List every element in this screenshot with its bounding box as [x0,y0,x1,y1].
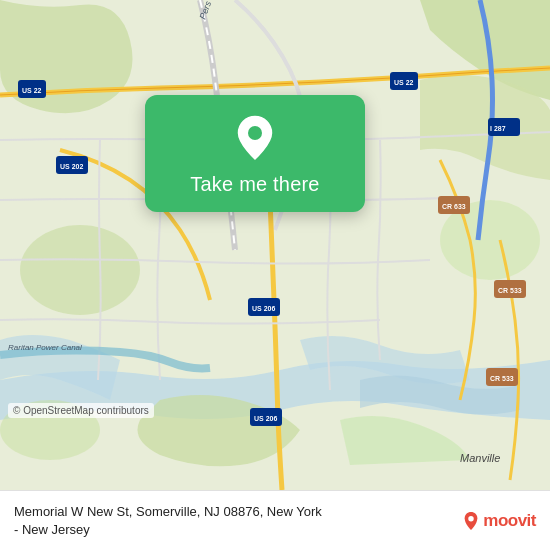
svg-text:CR 533: CR 533 [498,287,522,294]
svg-text:Raritan Power Canal: Raritan Power Canal [8,343,82,352]
moovit-pin-icon [462,511,480,531]
address-label: Memorial W New St, Somerville, NJ 08876,… [14,503,462,538]
svg-text:US 206: US 206 [252,305,275,312]
svg-text:Manville: Manville [460,452,500,464]
popup-label: Take me there [190,173,319,196]
svg-point-2 [20,225,140,315]
svg-text:US 206: US 206 [254,415,277,422]
svg-text:CR 633: CR 633 [442,203,466,210]
map-container[interactable]: Raritan Power Canal US 22 US 22 I 287 US… [0,0,550,490]
svg-text:US 22: US 22 [22,87,42,94]
svg-text:US 202: US 202 [60,163,83,170]
location-pin-icon [233,113,277,163]
moovit-text: moovit [483,511,536,531]
osm-attribution: © OpenStreetMap contributors [8,403,154,418]
popup-card[interactable]: Take me there [145,95,365,212]
svg-text:US 22: US 22 [394,79,414,86]
svg-text:CR 533: CR 533 [490,375,514,382]
moovit-logo: moovit [462,511,536,531]
bottom-bar: Memorial W New St, Somerville, NJ 08876,… [0,490,550,550]
svg-text:I 287: I 287 [490,125,506,132]
svg-point-25 [248,126,262,140]
svg-point-26 [469,516,474,521]
